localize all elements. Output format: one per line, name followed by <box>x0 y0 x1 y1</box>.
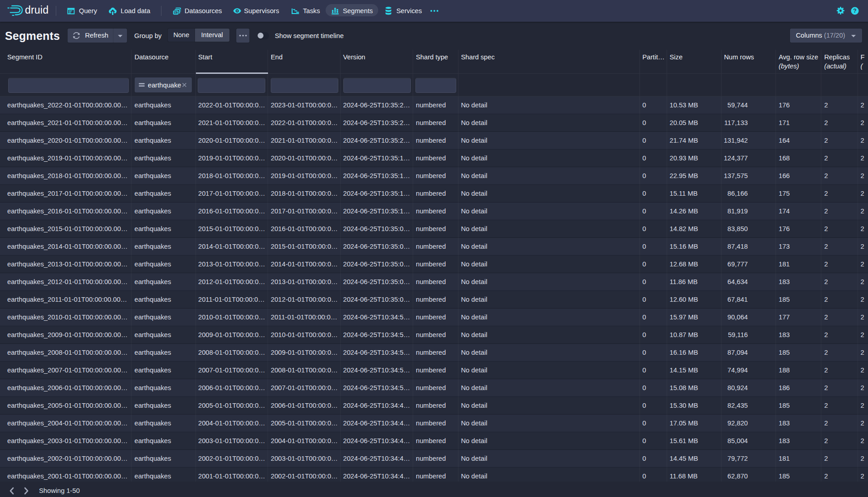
svg-text:?: ? <box>853 8 856 14</box>
